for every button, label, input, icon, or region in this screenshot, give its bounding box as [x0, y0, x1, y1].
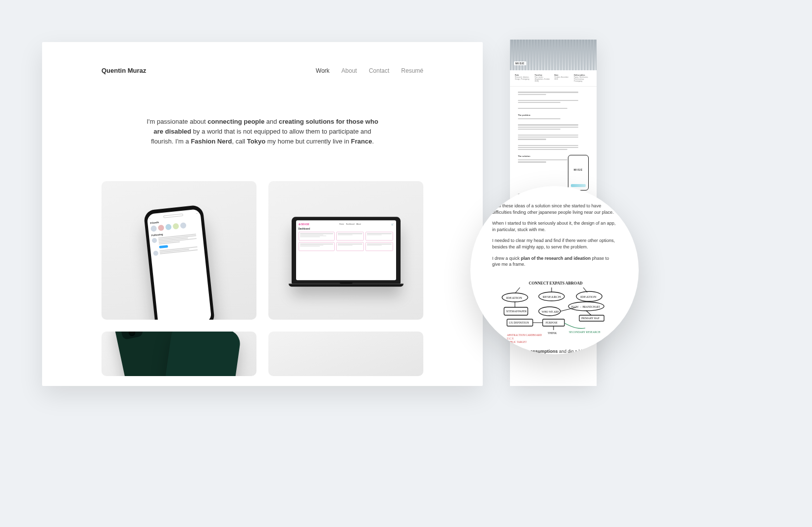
sease-nav-item: About: [356, 224, 361, 226]
problem-heading: The problem: [518, 114, 589, 116]
case-study-hero: MISE: [510, 40, 597, 70]
svg-text:PRIMARY RAP: PRIMARY RAP: [581, 317, 600, 320]
svg-text:SECONDARY RESEARCH: SECONDARY RESEARCH: [569, 331, 600, 334]
menu-icon: ⋯: [196, 212, 198, 215]
work-tile-empty[interactable]: [268, 332, 423, 376]
intro-bold: France: [351, 138, 372, 145]
svg-line-17: [586, 311, 591, 315]
sease-nav-item: Home: [339, 224, 344, 226]
case-study-brand: MISE: [514, 61, 526, 65]
sease-nav-item: Dashboard: [346, 224, 355, 226]
research-sketch: CONNECT EXPATS ABROAD IDEATION RESEARCH …: [492, 279, 611, 343]
svg-text:IDEATION: IDEATION: [506, 296, 522, 300]
svg-text:RESEARCH: RESEARCH: [543, 295, 561, 299]
svg-text:IDEATION: IDEATION: [580, 295, 597, 299]
follow-button: [159, 245, 168, 249]
meta-value: October–November 2020: [555, 77, 572, 81]
work-tile-sease[interactable]: ✿ SEASE Home Dashboard About 🛒 Dashboard: [268, 181, 423, 320]
nav-contact[interactable]: Contact: [369, 67, 389, 74]
avatar: [180, 223, 186, 229]
site-nav: Work About Contact Resumé: [316, 67, 423, 74]
meta-value: Research, Ideation, Design, Prototyping: [515, 77, 533, 81]
nav-work[interactable]: Work: [316, 67, 330, 74]
meta-value: Figma, Wireframes, Final mockup, Prototy…: [574, 77, 592, 82]
laptop-mockup: ✿ SEASE Home Dashboard About 🛒 Dashboard: [292, 217, 401, 287]
case-study-meta: RoleResearch, Ideation, Design, Prototyp…: [510, 70, 597, 87]
svg-text:UX DEFINITION: UX DEFINITION: [509, 321, 529, 324]
mag-text: I drew a quick: [492, 256, 521, 261]
search-input: [163, 214, 183, 218]
mag-paragraph: I drew a quick plan of the research and …: [492, 255, 617, 268]
sketch-title: CONNECT EXPATS ABROAD: [529, 281, 583, 286]
svg-text:SITEMAP/PAPER: SITEMAP/PAPER: [506, 310, 527, 313]
site-header: Quentin Muraz Work About Contact Resumé: [102, 67, 423, 74]
nav-resume[interactable]: Resumé: [401, 67, 423, 74]
intro-bold: Tokyo: [247, 138, 265, 145]
sease-brand: SEASE: [301, 223, 309, 226]
avatar: [172, 223, 179, 230]
dashboard-heading: Dashboard: [299, 228, 394, 231]
mag-bold: plan of the research and ideation: [521, 256, 591, 261]
intro-text: my home but currently live in: [265, 138, 351, 145]
intro-text: and: [264, 118, 279, 125]
cart-icon: 🛒: [391, 223, 394, 226]
avatar: [152, 238, 157, 243]
svg-text:WHO WE ARE: WHO WE ARE: [542, 310, 559, 313]
svg-text:U.C.V.: U.C.V.: [507, 337, 514, 340]
svg-text:PURPOSE: PURPOSE: [546, 321, 558, 324]
mise-phone-mockup: MISE: [568, 155, 589, 191]
intro-paragraph: I'm passionate about connecting people a…: [144, 117, 381, 146]
mag-paragraph: …all these ideas of a solution since she…: [492, 203, 617, 215]
avatar: [157, 225, 164, 231]
phone-dark-mockup: [159, 332, 242, 376]
avatar: [165, 224, 171, 231]
work-grid: ‹ ⋯ Friends: [102, 181, 423, 376]
intro-text: .: [372, 138, 374, 145]
site-title: Quentin Muraz: [102, 67, 146, 74]
intro-bold: Fashion Nerd: [191, 138, 232, 145]
back-icon: ‹: [149, 217, 150, 220]
intro-text: I'm passionate about: [147, 118, 207, 125]
mag-paragraph: I needed to clear my head and find if th…: [492, 238, 617, 250]
svg-text:FLOW → BRANDCHART: FLOW → BRANDCHART: [571, 305, 601, 308]
portfolio-card: Quentin Muraz Work About Contact Resumé …: [42, 42, 483, 386]
avatar: [153, 251, 158, 256]
mise-logo: MISE: [568, 168, 588, 171]
svg-text:ABSTRACTION/CARDBOARD: ABSTRACTION/CARDBOARD: [507, 334, 542, 336]
intro-bold: connecting people: [207, 118, 264, 125]
meta-value: Four weeks (September–October 2020): [535, 77, 553, 82]
work-tile-social-app[interactable]: ‹ ⋯ Friends: [102, 181, 256, 320]
svg-line-0: [515, 287, 520, 293]
avatar: [150, 226, 156, 232]
mag-paragraph: When I started to think seriously about …: [492, 220, 617, 233]
work-tile-dark-phone[interactable]: [102, 332, 256, 376]
nav-about[interactable]: About: [342, 67, 357, 74]
phone-mockup: ‹ ⋯ Friends: [143, 205, 215, 320]
intro-text: , call: [232, 138, 247, 145]
magnifier-lens: …all these ideas of a solution since she…: [470, 186, 639, 354]
svg-text:THINK: THINK: [548, 332, 557, 335]
